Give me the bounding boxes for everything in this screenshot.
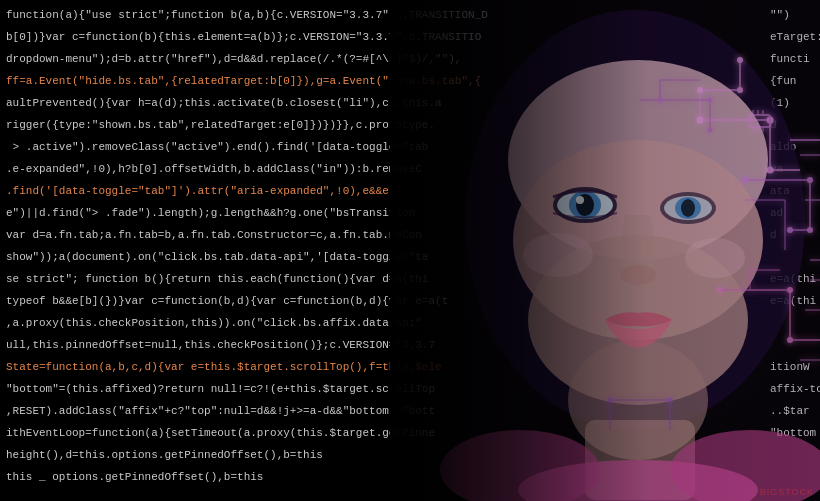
watermark: BIGSTOCK (760, 487, 814, 497)
svg-rect-79 (390, 0, 820, 501)
scene: BIGSTOCK (0, 0, 820, 501)
ai-face-svg (390, 0, 820, 501)
